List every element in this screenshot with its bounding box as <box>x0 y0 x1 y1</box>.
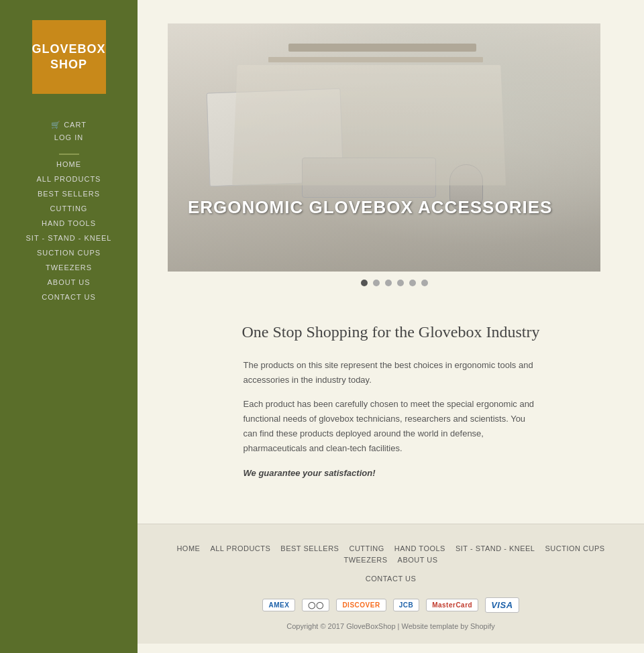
sidebar-item-about-us[interactable]: ABOUT US <box>0 278 138 286</box>
desk-illustration <box>168 23 600 272</box>
footer-nav-cutting[interactable]: CUTTING <box>349 544 384 552</box>
carousel-dot-4[interactable] <box>397 280 404 286</box>
carousel-dot-6[interactable] <box>421 280 428 286</box>
footer-nav: HOME ALL PRODUCTS BEST SELLERS CUTTING H… <box>151 544 631 564</box>
carousel-dot-5[interactable] <box>409 280 416 286</box>
payment-icon-diners: ◯◯ <box>302 599 329 611</box>
main-content: ERGONOMIC GLOVEBOX ACCESSORIES One Stop … <box>138 0 644 653</box>
footer-nav-sit-stand-kneel[interactable]: SIT - STAND - KNEEL <box>455 544 535 552</box>
sidebar-item-contact-us[interactable]: CONTACT US <box>0 293 138 301</box>
sidebar-item-best-sellers[interactable]: BEST SELLERS <box>0 190 138 198</box>
sidebar-top-links: 🛒 CART LOG IN <box>51 121 87 141</box>
hero-title: ERGONOMIC GLOVEBOX ACCESSORIES <box>188 197 552 218</box>
payment-icon-visa: VISA <box>485 597 519 613</box>
cart-link[interactable]: 🛒 CART <box>51 121 87 129</box>
footer-copyright: Copyright © 2017 GloveBoxShop | Website … <box>151 622 631 630</box>
carousel-dot-2[interactable] <box>373 280 380 286</box>
footer-nav-tweezers[interactable]: TWEEZERS <box>343 556 387 564</box>
footer-nav-row2: CONTACT US <box>151 572 631 584</box>
carousel-dot-3[interactable] <box>385 280 392 286</box>
footer-nav-about-us[interactable]: ABOUT US <box>398 556 438 564</box>
sidebar-item-suction-cups[interactable]: SUCTION CUPS <box>0 249 138 257</box>
footer: HOME ALL PRODUCTS BEST SELLERS CUTTING H… <box>138 524 644 644</box>
sidebar-divider <box>59 154 79 155</box>
footer-nav-hand-tools[interactable]: HAND TOOLS <box>394 544 445 552</box>
hero-image: ERGONOMIC GLOVEBOX ACCESSORIES <box>168 23 600 272</box>
keyboard-decoration <box>302 158 436 198</box>
desk-item-2 <box>268 57 483 62</box>
footer-nav-best-sellers[interactable]: BEST SELLERS <box>280 544 339 552</box>
notebook-decoration <box>207 88 344 187</box>
carousel-dot-1[interactable] <box>361 280 368 286</box>
sidebar-nav: HOME ALL PRODUCTS BEST SELLERS CUTTING H… <box>0 160 138 301</box>
payment-icons: AMEX ◯◯ DISCOVER JCB MasterCard VISA <box>151 597 631 613</box>
info-heading: One Stop Shopping for the Glovebox Indus… <box>191 323 590 341</box>
hero-section: ERGONOMIC GLOVEBOX ACCESSORIES <box>138 0 644 300</box>
info-guarantee: We guarantee your satisfaction! <box>244 466 539 481</box>
logo[interactable]: GLOVEBOX SHOP <box>32 20 106 94</box>
info-paragraph-2: Each product has been carefully chosen t… <box>244 397 539 456</box>
sidebar-item-hand-tools[interactable]: HAND TOOLS <box>0 219 138 227</box>
footer-nav-home[interactable]: HOME <box>176 544 200 552</box>
desk-item-1 <box>288 44 476 52</box>
hero-image-container: ERGONOMIC GLOVEBOX ACCESSORIES <box>168 23 600 272</box>
payment-icon-discover: DISCOVER <box>336 599 386 611</box>
sidebar: GLOVEBOX SHOP 🛒 CART LOG IN HOME ALL PRO… <box>0 0 138 653</box>
footer-nav-contact-us[interactable]: CONTACT US <box>366 575 417 583</box>
sidebar-item-cutting[interactable]: CUTTING <box>0 204 138 213</box>
sidebar-item-all-products[interactable]: ALL PRODUCTS <box>0 175 138 183</box>
payment-icon-jcb: JCB <box>393 599 420 611</box>
carousel-dots <box>168 280 621 286</box>
payment-icon-mastercard: MasterCard <box>426 599 478 611</box>
login-link[interactable]: LOG IN <box>54 133 83 141</box>
sidebar-item-tweezers[interactable]: TWEEZERS <box>0 263 138 272</box>
payment-icon-amex: AMEX <box>262 599 295 611</box>
info-section: One Stop Shopping for the Glovebox Indus… <box>138 300 644 524</box>
logo-text: GLOVEBOX SHOP <box>32 42 106 73</box>
sidebar-item-home[interactable]: HOME <box>0 160 138 168</box>
info-text: The products on this site represent the … <box>244 358 539 481</box>
footer-nav-all-products[interactable]: ALL PRODUCTS <box>210 544 270 552</box>
info-paragraph-1: The products on this site represent the … <box>244 358 539 388</box>
footer-nav-suction-cups[interactable]: SUCTION CUPS <box>545 544 604 552</box>
sidebar-item-sit-stand-kneel[interactable]: SIT - STAND - KNEEL <box>0 234 138 242</box>
